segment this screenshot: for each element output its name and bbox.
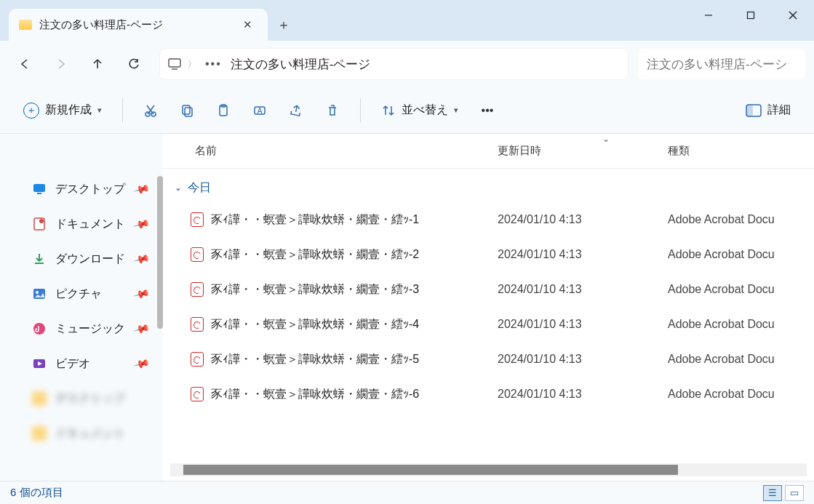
sidebar-item-document[interactable]: ドキュメント📌: [0, 207, 163, 241]
sidebar-item-label: ピクチャ: [55, 287, 102, 302]
pdf-icon: [188, 247, 207, 262]
file-date: 2024/01/10 4:13: [498, 248, 668, 261]
group-header[interactable]: ⌄ 今日: [163, 173, 814, 202]
sidebar-scrollbar[interactable]: [157, 176, 163, 329]
forward-button[interactable]: [45, 48, 77, 80]
file-row[interactable]: 豕ｨ譁・・螟壹＞譁咏炊蠎・繝壹・繧ｯ-32024/01/10 4:13Adobe…: [163, 272, 814, 307]
svg-rect-4: [169, 59, 180, 67]
file-row[interactable]: 豕ｨ譁・・螟壹＞譁咏炊蠎・繝壹・繧ｯ-62024/01/10 4:13Adobe…: [163, 377, 814, 412]
sidebar-item-music[interactable]: ミュージック📌: [0, 311, 163, 346]
titlebar: 注文の多い料理店-ページ ✕ ＋: [0, 0, 814, 41]
file-row[interactable]: 豕ｨ譁・・螟壹＞譁咏炊蠎・繝壹・繧ｯ-12024/01/10 4:13Adobe…: [163, 202, 814, 237]
download-icon: [32, 252, 47, 266]
file-name: 豕ｨ譁・・螟壹＞譁咏炊蠎・繝壹・繧ｯ-5: [207, 352, 498, 367]
sidebar-item-label: ミュージック: [55, 321, 125, 337]
close-button[interactable]: [772, 0, 814, 31]
pdf-icon: [188, 352, 207, 367]
delete-button[interactable]: [316, 96, 348, 125]
file-row[interactable]: 豕ｨ譁・・螟壹＞譁咏炊蠎・繝壹・繧ｯ-22024/01/10 4:13Adobe…: [163, 237, 814, 272]
file-list: 名前 ⌄更新日時 種類 ⌄ 今日 豕ｨ譁・・螟壹＞譁咏炊蠎・繝壹・繧ｯ-1202…: [163, 134, 814, 481]
col-name[interactable]: 名前: [195, 144, 498, 158]
file-row[interactable]: 豕ｨ譁・・螟壹＞譁咏炊蠎・繝壹・繧ｯ-42024/01/10 4:13Adobe…: [163, 307, 814, 342]
svg-line-9: [147, 105, 153, 114]
sidebar-item-label: デスクトップ: [55, 182, 125, 197]
sidebar-item-picture[interactable]: ピクチャ📌: [0, 276, 163, 311]
tab-current[interactable]: 注文の多い料理店-ページ ✕: [9, 9, 268, 41]
item-count: 6 個の項目: [10, 486, 63, 500]
new-button[interactable]: ＋ 新規作成 ▾: [15, 96, 111, 125]
details-button[interactable]: 詳細: [737, 96, 799, 125]
file-type: Adobe Acrobat Docu: [668, 248, 814, 261]
col-date[interactable]: ⌄更新日時: [498, 144, 668, 158]
up-button[interactable]: [81, 48, 113, 80]
sidebar-item-label: ビデオ: [55, 356, 90, 372]
sidebar-item-hidden[interactable]: ドキュメント: [0, 416, 163, 451]
back-button[interactable]: [9, 48, 41, 80]
svg-point-21: [39, 219, 44, 223]
file-date: 2024/01/10 4:13: [498, 318, 668, 331]
pdf-icon: [188, 317, 207, 332]
pin-icon[interactable]: 📌: [132, 354, 151, 372]
maximize-button[interactable]: [730, 0, 772, 31]
file-date: 2024/01/10 4:13: [498, 353, 668, 366]
picture-icon: [32, 287, 47, 301]
pin-icon[interactable]: 📌: [132, 319, 151, 337]
svg-rect-18: [33, 184, 45, 192]
address-bar[interactable]: 〉 ••• 注文の多い料理店-ページ: [160, 49, 628, 79]
this-pc-icon: [167, 57, 182, 71]
tab-close-icon[interactable]: ✕: [237, 18, 258, 31]
svg-rect-10: [183, 105, 190, 114]
path-overflow-icon[interactable]: •••: [202, 57, 225, 71]
video-icon: [32, 356, 47, 371]
icons-view-button[interactable]: ▭: [785, 485, 804, 501]
share-button[interactable]: [280, 96, 312, 125]
desktop-icon: [32, 182, 47, 196]
details-pane-icon: [746, 104, 762, 117]
file-name: 豕ｨ譁・・螟壹＞譁咏炊蠎・繝壹・繧ｯ-6: [207, 387, 498, 402]
sidebar-item-label: ダウンロード: [55, 252, 125, 267]
tab-title: 注文の多い料理店-ページ: [39, 18, 230, 32]
file-type: Adobe Acrobat Docu: [668, 283, 814, 296]
refresh-button[interactable]: [118, 48, 150, 80]
file-row[interactable]: 豕ｨ譁・・螟壹＞譁咏炊蠎・繝壹・繧ｯ-52024/01/10 4:13Adobe…: [163, 342, 814, 377]
sidebar-item-download[interactable]: ダウンロード📌: [0, 241, 163, 276]
svg-point-23: [36, 291, 39, 294]
paste-button[interactable]: [207, 96, 239, 125]
search-input[interactable]: 注文の多い料理店-ペーシ: [638, 49, 805, 79]
separator: [122, 98, 123, 123]
file-name: 豕ｨ譁・・螟壹＞譁咏炊蠎・繝壹・繧ｯ-4: [207, 317, 498, 332]
sort-button[interactable]: 並べ替え ▾: [372, 96, 467, 125]
status-bar: 6 個の項目 ☰ ▭: [0, 481, 814, 504]
file-type: Adobe Acrobat Docu: [668, 388, 814, 401]
sidebar-item-video[interactable]: ビデオ📌: [0, 346, 163, 381]
folder-icon: [19, 20, 32, 30]
document-icon: [32, 217, 47, 231]
pin-icon[interactable]: 📌: [132, 215, 151, 233]
details-view-button[interactable]: ☰: [763, 485, 782, 501]
horizontal-scrollbar[interactable]: [170, 463, 807, 476]
rename-button[interactable]: A: [244, 96, 276, 125]
toolbar: ＋ 新規作成 ▾ A 並べ替え ▾ ••• 詳細: [0, 87, 814, 134]
cut-button[interactable]: [135, 96, 167, 125]
file-type: Adobe Acrobat Docu: [668, 213, 814, 226]
file-name: 豕ｨ譁・・螟壹＞譁咏炊蠎・繝壹・繧ｯ-3: [207, 282, 498, 297]
col-type[interactable]: 種類: [668, 144, 814, 158]
pdf-icon: [188, 282, 207, 297]
sidebar-item-label: ドキュメント: [55, 217, 125, 232]
music-icon: [32, 321, 47, 336]
sidebar-item-desktop[interactable]: デスクトップ📌: [0, 172, 163, 207]
file-date: 2024/01/10 4:13: [498, 388, 668, 401]
new-tab-button[interactable]: ＋: [268, 9, 300, 41]
svg-line-8: [148, 105, 154, 114]
chevron-down-icon: ⌄: [175, 183, 182, 193]
more-button[interactable]: •••: [471, 96, 503, 125]
address-segment[interactable]: 注文の多い料理店-ページ: [231, 56, 371, 73]
svg-text:A: A: [258, 107, 263, 115]
copy-button[interactable]: [171, 96, 203, 125]
pin-icon[interactable]: 📌: [132, 284, 151, 303]
sidebar-item-hidden[interactable]: デスクトップ: [0, 381, 163, 416]
pin-icon[interactable]: 📌: [132, 180, 151, 198]
pin-icon[interactable]: 📌: [132, 249, 151, 268]
chevron-right-icon[interactable]: 〉: [188, 58, 196, 71]
minimize-button[interactable]: [687, 0, 730, 31]
